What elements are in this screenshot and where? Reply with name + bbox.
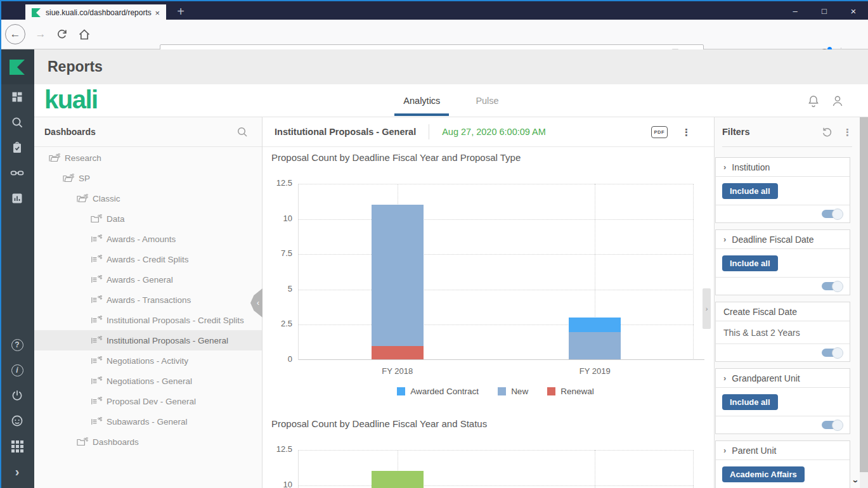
sidebar-item-negotiations-general[interactable]: Negotiations - General <box>34 371 262 391</box>
report-body: Proposal Count by Deadline Fiscal Year a… <box>262 147 714 488</box>
tab-pulse[interactable]: Pulse <box>472 84 502 117</box>
expand-chevron-icon[interactable]: › <box>723 162 726 172</box>
sidebar-item-classic[interactable]: Classic <box>34 188 262 209</box>
expand-chevron-icon[interactable]: › <box>723 373 726 383</box>
filter-chip-include-all[interactable]: Include all <box>722 255 778 271</box>
app-header: Reports <box>34 49 868 84</box>
sidebar-item-label: Data <box>107 214 125 224</box>
sidebar-item-label: Awards - Amounts <box>107 234 176 244</box>
legend-item-awarded-contract[interactable]: Awarded Contract <box>397 387 479 396</box>
filter-card-header[interactable]: ›Deadline Fiscal Date <box>716 230 850 249</box>
user-icon[interactable] <box>831 94 844 108</box>
bar-fy-2019-new[interactable] <box>569 332 621 360</box>
help-icon[interactable]: ? <box>0 332 34 357</box>
filter-toggle[interactable] <box>822 282 842 290</box>
link-icon[interactable] <box>0 160 34 186</box>
page-scrollbar <box>860 117 868 488</box>
home-button[interactable] <box>78 29 91 41</box>
filters-scroll-down-icon[interactable]: › <box>851 480 862 483</box>
legend-item-renewal[interactable]: Renewal <box>547 387 594 396</box>
logout-power-icon[interactable] <box>0 383 34 408</box>
tasks-clipboard-icon[interactable] <box>0 135 34 160</box>
filter-card-create-fiscal-date: Create Fiscal DateThis & Last 2 Years <box>715 302 850 362</box>
sidebar-item-awards-general[interactable]: Awards - General <box>34 269 262 290</box>
filter-card-header[interactable]: ›Institution <box>716 158 850 177</box>
scrollbar-thumb[interactable] <box>860 117 868 472</box>
sidebar-item-label: Awards - General <box>107 275 173 285</box>
report-menu-icon[interactable]: ⋮ <box>682 127 691 137</box>
filter-chip-include-all[interactable]: Include all <box>722 183 778 199</box>
sidebar-item-sp[interactable]: SP <box>34 168 262 188</box>
reload-button[interactable] <box>56 29 68 41</box>
sidebar-item-institutional-proposals-credit-splits[interactable]: Institutional Proposals - Credit Splits <box>34 310 262 330</box>
legend-label: Renewal <box>560 387 594 396</box>
page-title: Reports <box>48 58 103 75</box>
filter-toggle-row <box>716 344 850 361</box>
sidebar-item-awards-credit-splits[interactable]: Awards - Credit Splits <box>34 249 262 269</box>
sidebar-item-dashboards[interactable]: Dashboards <box>34 432 262 452</box>
info-circle-icon[interactable]: i <box>0 357 34 383</box>
collapse-filters-handle[interactable]: › <box>703 288 711 329</box>
window-maximize-button[interactable]: □ <box>810 1 839 21</box>
content-area: Dashboards ResearchSPClassicDataAwards -… <box>34 117 868 488</box>
sidebar-item-awards-transactions[interactable]: Awards - Transactions <box>34 290 262 310</box>
browser-tab[interactable]: siue.kuali.co/dashboard/reports × <box>25 4 166 21</box>
filter-card-header[interactable]: Create Fiscal Date <box>716 302 850 321</box>
gridline <box>595 450 595 488</box>
assistant-face-icon[interactable] <box>0 408 34 433</box>
sidebar-item-research[interactable]: Research <box>34 148 262 168</box>
filter-card-header[interactable]: ›Parent Unit <box>716 441 850 460</box>
filter-toggle[interactable] <box>822 421 842 429</box>
filters-menu-icon[interactable]: ⋮ <box>843 127 852 137</box>
export-pdf-button[interactable]: PDF <box>651 126 668 138</box>
filter-card-title: Parent Unit <box>732 446 776 456</box>
filter-card-body: Include all <box>716 388 850 416</box>
filter-card-deadline-fiscal-date: ›Deadline Fiscal DateInclude all <box>715 229 850 295</box>
bell-icon[interactable] <box>807 94 820 108</box>
window-minimize-button[interactable]: – <box>781 1 810 21</box>
bar-fy-2018-item[interactable] <box>372 471 424 488</box>
tab-close-icon[interactable]: × <box>152 8 162 18</box>
bar-fy-2019-awarded-contract[interactable] <box>569 318 621 331</box>
filter-toggle[interactable] <box>822 210 842 218</box>
sidebar-item-data[interactable]: Data <box>34 209 262 229</box>
search-icon[interactable] <box>236 126 248 138</box>
filter-card-title: Deadline Fiscal Date <box>732 234 813 245</box>
sidebar-item-negotiations-activity[interactable]: Negotiations - Activity <box>34 350 262 371</box>
header-divider <box>429 124 429 139</box>
forward-button[interactable]: → <box>33 28 48 41</box>
bar-fy-2018-new[interactable] <box>372 205 424 345</box>
new-tab-button[interactable]: + <box>172 3 189 20</box>
sidebar-item-awards-amounts[interactable]: Awards - Amounts <box>34 229 262 249</box>
filter-card-header[interactable]: ›Grandparent Unit <box>716 369 850 388</box>
filter-toggle[interactable] <box>822 349 842 357</box>
bar-fy-2018-renewal[interactable] <box>372 346 424 360</box>
filters-panel: Filters ⋮ ›InstitutionInclude all›Deadli… <box>714 117 860 488</box>
expand-chevron-icon[interactable]: › <box>0 459 34 484</box>
sidebar-item-label: Subawards - General <box>107 417 188 427</box>
expand-chevron-icon[interactable]: › <box>723 446 726 455</box>
filter-chip-include-all[interactable]: Include all <box>722 394 778 410</box>
filter-chip-academic-affairs[interactable]: Academic Affairs <box>722 466 805 482</box>
legend-item-new[interactable]: New <box>498 387 528 396</box>
browser-toolbar: ← → https://siue.kuali.co/dashboard/repo… <box>0 20 868 49</box>
reports-bar-chart-icon[interactable] <box>0 186 34 211</box>
dashboard-grid-icon[interactable] <box>0 84 34 110</box>
apps-grid-icon[interactable] <box>0 433 34 459</box>
sidebar-item-proposal-dev-general[interactable]: Proposal Dev - General <box>34 391 262 411</box>
folder-share-icon <box>77 437 88 447</box>
kuali-logo-icon[interactable] <box>0 49 34 84</box>
filter-toggle-row <box>716 205 850 222</box>
y-axis-tick-label: 12.5 <box>264 178 292 188</box>
expand-chevron-icon[interactable]: › <box>723 234 726 244</box>
reset-filters-icon[interactable] <box>822 127 832 138</box>
filter-value[interactable]: This & Last 2 Years <box>716 328 800 338</box>
window-close-button[interactable]: × <box>839 1 868 21</box>
filter-card-body: This & Last 2 Years <box>716 321 850 344</box>
back-button[interactable]: ← <box>5 24 25 44</box>
tab-analytics[interactable]: Analytics <box>399 84 444 117</box>
search-icon[interactable] <box>0 110 34 135</box>
sidebar-item-institutional-proposals-general[interactable]: Institutional Proposals - General <box>34 330 262 350</box>
sidebar-item-label: Research <box>65 153 101 163</box>
sidebar-item-subawards-general[interactable]: Subawards - General <box>34 411 262 432</box>
